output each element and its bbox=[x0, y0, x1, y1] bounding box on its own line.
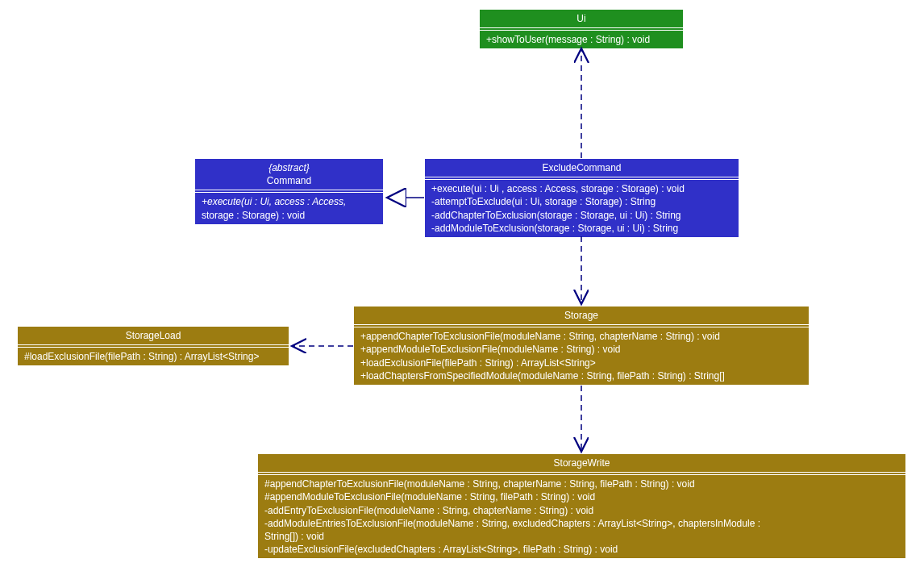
class-ui-methods: +showToUser(message : String) : void bbox=[480, 31, 683, 48]
method-row: #appendChapterToExclusionFile(moduleName… bbox=[264, 477, 899, 490]
class-exclude-command: ExcludeCommand +execute(ui : Ui , access… bbox=[424, 158, 739, 238]
method-row: -attemptToExclude(ui : Ui, storage : Sto… bbox=[431, 195, 732, 208]
class-storage: Storage +appendChapterToExclusionFile(mo… bbox=[353, 306, 810, 386]
method-row: #appendModuleToExclusionFile(moduleName … bbox=[264, 490, 899, 503]
class-storagewrite-title: StorageWrite bbox=[258, 454, 905, 475]
method-row: +loadExclusionFile(filePath : String) : … bbox=[360, 357, 802, 369]
class-storage-load: StorageLoad #loadExclusionFile(filePath … bbox=[17, 326, 289, 366]
class-storageload-title: StorageLoad bbox=[18, 327, 289, 348]
method-row: -addModuleToExclusion(storage : Storage,… bbox=[431, 222, 732, 235]
class-storage-title: Storage bbox=[354, 307, 809, 327]
method-row: +showToUser(message : String) : void bbox=[486, 33, 676, 46]
class-exclude-methods: +execute(ui : Ui , access : Access, stor… bbox=[425, 180, 739, 237]
method-row: +execute(ui : Ui , access : Access, stor… bbox=[431, 182, 732, 195]
class-storageload-methods: #loadExclusionFile(filePath : String) : … bbox=[18, 348, 289, 365]
class-command: {abstract} Command +execute(ui : Ui, acc… bbox=[194, 158, 384, 225]
method-row: #loadExclusionFile(filePath : String) : … bbox=[24, 350, 282, 363]
method-row: +appendModuleToExclusionFile(moduleName … bbox=[360, 343, 802, 356]
class-command-stereotype: {abstract} bbox=[268, 162, 310, 173]
method-row: -updateExclusionFile(excludedChapters : … bbox=[264, 543, 899, 556]
method-row: String[]) : void bbox=[264, 530, 899, 543]
class-exclude-title: ExcludeCommand bbox=[425, 159, 739, 180]
method-row: -addEntryToExclusionFile(moduleName : St… bbox=[264, 504, 899, 517]
method-row: +execute(ui : Ui, access : Access, bbox=[202, 195, 377, 208]
class-command-title: {abstract} Command bbox=[195, 159, 383, 193]
class-ui: Ui +showToUser(message : String) : void bbox=[479, 9, 684, 49]
class-storage-write: StorageWrite #appendChapterToExclusionFi… bbox=[257, 453, 906, 559]
class-storagewrite-methods: #appendChapterToExclusionFile(moduleName… bbox=[258, 475, 905, 558]
class-command-methods: +execute(ui : Ui, access : Access, stora… bbox=[195, 193, 383, 223]
class-ui-title: Ui bbox=[480, 10, 683, 31]
class-storage-methods: +appendChapterToExclusionFile(moduleName… bbox=[354, 327, 809, 385]
method-row: -addModuleEntriesToExclusionFile(moduleN… bbox=[264, 517, 899, 530]
class-command-name: Command bbox=[267, 175, 311, 186]
method-row: -addChapterToExclusion(storage : Storage… bbox=[431, 209, 732, 222]
method-row: +loadChaptersFromSpecifiedModule(moduleN… bbox=[360, 369, 802, 382]
method-row: +appendChapterToExclusionFile(moduleName… bbox=[360, 330, 802, 343]
method-row: storage : Storage) : void bbox=[202, 209, 377, 222]
